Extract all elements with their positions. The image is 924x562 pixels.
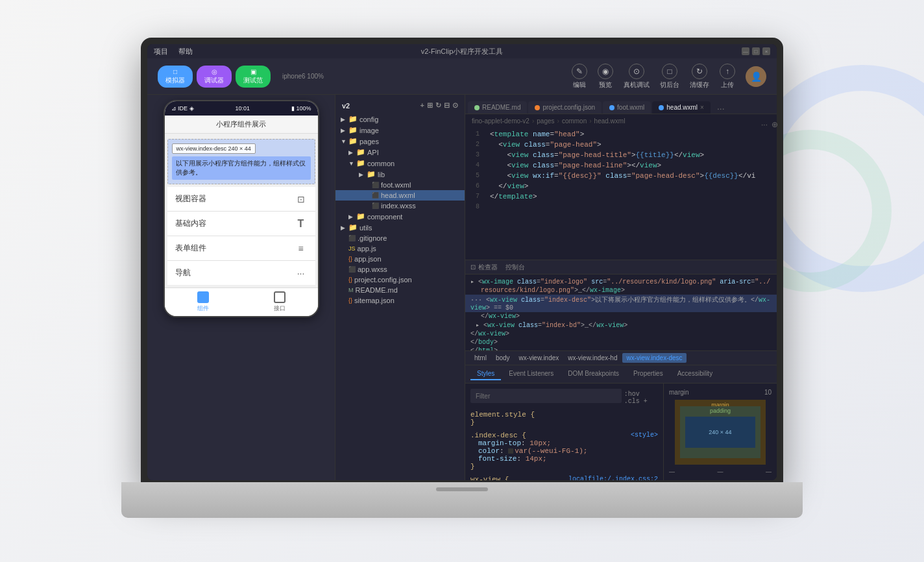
refresh-icon[interactable]: ↻ bbox=[435, 101, 441, 110]
debugger-button[interactable]: ◎ 调试器 bbox=[197, 66, 232, 88]
new-folder-icon[interactable]: ⊞ bbox=[427, 101, 433, 110]
index-desc-close: } bbox=[470, 463, 658, 470]
lib-label: lib bbox=[378, 171, 385, 178]
styles-filter-input[interactable] bbox=[470, 389, 622, 403]
tree-item-config[interactable]: ▶ 📁 config bbox=[335, 114, 465, 125]
user-avatar[interactable]: 👤 bbox=[746, 66, 766, 87]
element-style-close: } bbox=[470, 419, 658, 426]
filter-icon[interactable]: ⊙ bbox=[452, 101, 458, 110]
upload-tool[interactable]: ↑ 上传 bbox=[720, 64, 735, 90]
config-label: config bbox=[359, 116, 378, 123]
window-controls: — □ × bbox=[742, 47, 770, 55]
config-arrow: ▶ bbox=[341, 116, 348, 123]
pseudo-filter[interactable]: :hov .cls + bbox=[624, 391, 658, 405]
background-label: 切后台 bbox=[660, 80, 679, 90]
minimize-button[interactable]: — bbox=[742, 47, 749, 55]
breadcrumb: fino-applet-demo-v2 › pages › common › h… bbox=[465, 114, 777, 127]
tree-item-index-wxss[interactable]: ⬛ index.wxss bbox=[335, 201, 465, 211]
toolbar-tools: ✎ 编辑 ◉ 预览 ⊙ 真机调试 □ 切后台 bbox=[572, 64, 766, 90]
box-model-panel: margin 10 margin border bbox=[663, 384, 777, 480]
tree-item-readme[interactable]: M README.md bbox=[335, 285, 465, 295]
html-crumb-wx-view-index[interactable]: wx-view.index bbox=[515, 353, 563, 363]
phone-menu-item-3[interactable]: 表单组件 ≡ bbox=[167, 236, 315, 261]
collapse-icon[interactable]: ⊟ bbox=[444, 101, 450, 110]
tree-item-lib[interactable]: ▶ 📁 lib bbox=[335, 169, 465, 180]
menu-item-project[interactable]: 项目 bbox=[154, 47, 168, 56]
tree-item-common[interactable]: ▼ 📁 common bbox=[335, 158, 465, 169]
pages-arrow: ▼ bbox=[341, 138, 348, 145]
html-crumb-wx-view-hd[interactable]: wx-view.index-hd bbox=[564, 353, 621, 363]
phone-frame: ⊿ IDE ◈ 10:01 ▮ 100% 小程序组件展示 ··· ⊕ bbox=[164, 100, 319, 317]
tree-item-sitemap[interactable]: {} sitemap.json bbox=[335, 295, 465, 306]
devtools-panel: ⊡ 检查器 控制台 ▸ <wx-image class="index-logo"… bbox=[465, 260, 777, 480]
phone-time: 10:01 bbox=[235, 105, 250, 112]
phone-menu-item-2[interactable]: 基础内容 T bbox=[167, 212, 315, 236]
tabs-more-button[interactable]: ··· bbox=[714, 103, 727, 114]
tree-item-gitignore[interactable]: ⬛ .gitignore bbox=[335, 233, 465, 243]
highlight-element: wx-view.index-desc 240 × 44 以下用展示小程序官方组件… bbox=[167, 139, 315, 184]
phone-nav-api[interactable]: 接口 bbox=[241, 288, 318, 316]
app-json-label: app.json bbox=[354, 255, 382, 263]
menu-item-help[interactable]: 帮助 bbox=[178, 47, 193, 56]
tree-item-api[interactable]: ▶ 📁 API bbox=[335, 147, 465, 158]
clear-cache-tool[interactable]: ↻ 清缓存 bbox=[690, 64, 709, 90]
pages-label: pages bbox=[359, 138, 379, 145]
box-model-dimensions: — — — bbox=[669, 469, 772, 475]
tree-item-app-js[interactable]: JS app.js bbox=[335, 243, 465, 254]
tree-item-foot-wxml[interactable]: ⬛ foot.wxml bbox=[335, 180, 465, 190]
image-arrow: ▶ bbox=[341, 127, 348, 134]
tree-item-component[interactable]: ▶ 📁 component bbox=[335, 211, 465, 222]
component-label: component bbox=[367, 213, 402, 221]
tree-item-project-config[interactable]: {} project.config.json bbox=[335, 275, 465, 285]
code-editor[interactable]: 1 <template name="head"> 2 <view class="… bbox=[465, 127, 777, 260]
head-tab-close[interactable]: × bbox=[700, 104, 704, 111]
tree-item-pages[interactable]: ▼ 📁 pages bbox=[335, 136, 465, 147]
close-button[interactable]: × bbox=[762, 47, 770, 55]
test-button[interactable]: ▣ 测试范 bbox=[236, 66, 271, 88]
box-model-header: margin 10 bbox=[669, 389, 772, 396]
tab-project-config[interactable]: project.config.json bbox=[528, 101, 602, 114]
tab-foot-wxml[interactable]: foot.wxml bbox=[603, 101, 651, 114]
project-tab-dot bbox=[535, 105, 540, 110]
tab-head-wxml[interactable]: head.wxml × bbox=[652, 101, 711, 114]
tree-actions: + ⊞ ↻ ⊟ ⊙ bbox=[420, 101, 458, 110]
device-info: iphone6 100% bbox=[282, 73, 324, 80]
project-tab-label: project.config.json bbox=[542, 104, 595, 111]
html-crumb-wx-view-desc[interactable]: wx-view.index-desc bbox=[622, 353, 686, 363]
file-tree-panel: v2 + ⊞ ↻ ⊟ ⊙ ▶ bbox=[335, 95, 465, 480]
phone-menu-item-1[interactable]: 视图容器 ⊡ bbox=[167, 187, 315, 212]
styles-tab[interactable]: Styles bbox=[470, 368, 501, 380]
app-container: 项目 帮助 v2-FinClip小程序开发工具 — □ × □ bbox=[147, 44, 777, 480]
new-file-icon[interactable]: + bbox=[420, 101, 424, 110]
tree-item-head-wxml[interactable]: ⬛ head.wxml bbox=[335, 190, 465, 201]
bm-padding-label: padding bbox=[710, 408, 731, 414]
box-model-title-margin: margin bbox=[669, 389, 689, 396]
box-model-margin-value: 10 bbox=[764, 389, 772, 396]
simulator-button[interactable]: □ 模拟器 bbox=[158, 66, 193, 88]
style-rule-index-desc: .index-desc { <style> margin-top: 10px; … bbox=[470, 432, 658, 470]
accessibility-tab[interactable]: Accessibility bbox=[671, 368, 719, 380]
tab-readme[interactable]: README.md bbox=[468, 101, 527, 114]
tree-item-app-wxss[interactable]: ⬛ app.wxss bbox=[335, 264, 465, 275]
phone-nav-components[interactable]: 组件 bbox=[165, 288, 241, 316]
event-listeners-tab[interactable]: Event Listeners bbox=[502, 368, 560, 380]
component-arrow: ▶ bbox=[348, 214, 356, 220]
tree-item-image[interactable]: ▶ 📁 image bbox=[335, 125, 465, 136]
preview-tool[interactable]: ◉ 预览 bbox=[598, 64, 613, 90]
sitemap-label: sitemap.json bbox=[354, 297, 395, 304]
tree-item-utils[interactable]: ▶ 📁 utils bbox=[335, 222, 465, 233]
properties-tab[interactable]: Properties bbox=[627, 368, 670, 380]
phone-menu-item-4[interactable]: 导航 ··· bbox=[167, 261, 315, 285]
html-line-5: ▸ <wx-view class="index-bd">_</wx-view> bbox=[465, 321, 777, 330]
edit-tool[interactable]: ✎ 编辑 bbox=[572, 64, 587, 90]
html-line-7: </body> bbox=[465, 338, 777, 347]
html-crumb-html[interactable]: html bbox=[470, 353, 491, 363]
dom-breakpoints-tab[interactable]: DOM Breakpoints bbox=[561, 368, 626, 380]
html-crumb-body[interactable]: body bbox=[492, 353, 514, 363]
background-tool[interactable]: □ 切后台 bbox=[660, 64, 679, 90]
components-nav-icon bbox=[197, 291, 209, 303]
app-title: v2-FinClip小程序开发工具 bbox=[421, 47, 504, 56]
maximize-button[interactable]: □ bbox=[752, 47, 760, 55]
tree-item-app-json[interactable]: {} app.json bbox=[335, 254, 465, 264]
real-debug-tool[interactable]: ⊙ 真机调试 bbox=[624, 64, 650, 90]
